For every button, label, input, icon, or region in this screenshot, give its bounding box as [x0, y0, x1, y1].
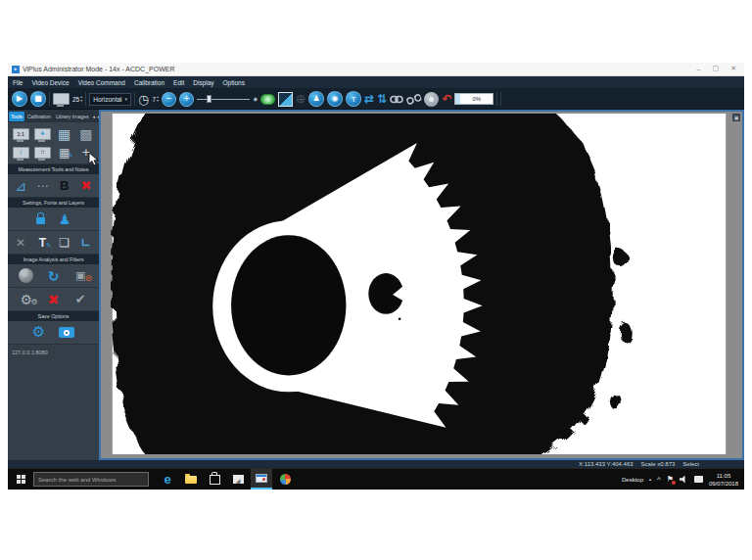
tools-button[interactable]: ✕: [11, 234, 30, 251]
hidden-icons-chevron[interactable]: ^: [657, 475, 661, 484]
fit-screen-button[interactable]: ✚: [32, 125, 52, 142]
graph-monitor-button[interactable]: ∕: [11, 144, 30, 161]
crosshair-icon[interactable]: ⊕: [296, 93, 306, 105]
camera-icon: [59, 327, 74, 338]
link-icon[interactable]: [390, 90, 403, 108]
blocked-icon: ⊘: [84, 274, 92, 283]
save-settings-button[interactable]: ⚙: [32, 324, 45, 341]
text-tool-button[interactable]: T✎: [32, 234, 52, 251]
menu-video-command[interactable]: Video Command: [78, 79, 125, 86]
live-preview-icon[interactable]: [260, 94, 275, 105]
angle-measure-button[interactable]: ⊿: [11, 177, 30, 194]
play-button[interactable]: ▶: [12, 91, 27, 107]
lock-button[interactable]: [36, 210, 45, 227]
clock[interactable]: 11:05 09/07/2018: [709, 472, 738, 488]
message-icon[interactable]: [694, 476, 703, 483]
viplus-window-icon: [256, 474, 267, 483]
unlink-icon[interactable]: [404, 88, 424, 110]
display-count-stepper[interactable]: 25 ▴▾: [72, 95, 82, 103]
menu-display[interactable]: Display: [193, 79, 213, 86]
tool-sidebar: Tools Calibration Library Images ◂ ▸ ▾ 1…: [8, 110, 99, 460]
taskbar-explorer-button[interactable]: [180, 469, 202, 490]
store-bag-icon: [210, 475, 220, 485]
slider-track: [197, 99, 250, 101]
gear-small-icon: ⚙: [30, 299, 37, 306]
display-select-icon[interactable]: [53, 93, 70, 105]
search-input[interactable]: [33, 472, 149, 487]
separator: [496, 92, 497, 106]
scale-readout: Scale x0.873: [641, 461, 676, 467]
undo-icon[interactable]: ↶: [442, 93, 451, 105]
swap-arrows-icon[interactable]: ⇄: [364, 93, 374, 105]
camera-capture-button[interactable]: ◉: [327, 91, 343, 107]
sphere-icon: [19, 268, 33, 283]
server-address: 127.0.0.1:8080: [8, 345, 99, 360]
sphere-filter-button[interactable]: [14, 267, 39, 284]
bold-annotation-button[interactable]: B: [55, 177, 74, 194]
taskbar-viplus-button-active[interactable]: [251, 469, 272, 490]
apply-analysis-button[interactable]: ✔: [68, 291, 93, 307]
tab-library-images[interactable]: Library Images: [54, 112, 91, 121]
points-monitor-button[interactable]: ∷: [32, 144, 52, 161]
desktop-toolbar-label[interactable]: Desktop: [622, 477, 643, 483]
text-capture-button[interactable]: T: [346, 91, 361, 107]
menu-calibration[interactable]: Calibration: [134, 79, 164, 86]
edge-icon: e: [164, 472, 170, 487]
maximize-button[interactable]: ▢: [713, 66, 720, 72]
image-disable-button[interactable]: ▣⊘: [68, 267, 93, 284]
tab-calibration[interactable]: Calibration: [25, 112, 53, 121]
taskbar-photos-button[interactable]: ◢: [227, 469, 249, 490]
section-header-save: Save Options: [8, 311, 99, 321]
zoom-out-button[interactable]: −: [162, 92, 176, 107]
volume-icon[interactable]: [680, 476, 688, 484]
taskbar-store-button[interactable]: [204, 469, 225, 490]
user-capture-button[interactable]: ♟: [308, 91, 324, 107]
tab-scroll-left[interactable]: ◂: [92, 115, 97, 119]
photos-icon: ◢: [233, 475, 244, 484]
zoom-1-1-button[interactable]: 1:1: [11, 125, 30, 142]
zoom-slider[interactable]: ◆: [197, 93, 258, 105]
start-button[interactable]: [8, 469, 33, 490]
stop-button[interactable]: ■: [30, 91, 46, 107]
tab-tools[interactable]: Tools: [9, 112, 24, 121]
fine-grid-button[interactable]: ▩: [76, 125, 96, 142]
menu-file[interactable]: File: [13, 79, 23, 86]
taskbar-paint-button[interactable]: [274, 469, 296, 490]
process-settings-button[interactable]: ⚙⚙: [14, 291, 39, 307]
slider-handle[interactable]: [207, 95, 212, 103]
polyline-measure-button[interactable]: ⋯: [32, 177, 52, 194]
updown-arrows-icon[interactable]: ⇅: [377, 93, 387, 105]
grid-edit-button[interactable]: ▦✎: [55, 144, 74, 161]
binary-part-image: [111, 114, 728, 454]
table-view-button[interactable]: ▦: [55, 125, 74, 142]
menu-edit[interactable]: Edit: [173, 79, 184, 86]
cancel-analysis-button[interactable]: ✖: [41, 291, 67, 307]
menu-options[interactable]: Options: [223, 79, 245, 86]
minimize-button[interactable]: –: [697, 66, 701, 72]
canvas-corner-icon[interactable]: ▣: [732, 114, 740, 121]
action-center-flag-icon[interactable]: ⚑: [667, 476, 674, 484]
snapshot-button[interactable]: [59, 324, 74, 341]
gauge-stepper[interactable]: 7 ▴▾: [152, 95, 159, 103]
zoom-in-button[interactable]: +: [179, 92, 194, 107]
crosshair-tool-button[interactable]: +: [76, 144, 96, 161]
orientation-dropdown[interactable]: Horizontal ▾: [89, 93, 131, 106]
settings-row-1: ♟: [8, 208, 99, 231]
taskbar-edge-button[interactable]: e: [157, 469, 178, 490]
delete-measure-button[interactable]: ✖: [76, 177, 96, 194]
chevron-down-icon: ▾: [125, 97, 128, 102]
ruler-lock-button[interactable]: ∟: [76, 234, 96, 251]
video-frame[interactable]: [111, 114, 728, 458]
close-button[interactable]: ✕: [730, 66, 736, 72]
gauge-icon[interactable]: ◷: [138, 93, 149, 106]
image-canvas[interactable]: ▣: [99, 110, 744, 460]
slider-end-icon: ◆: [253, 96, 258, 102]
image-refresh-button[interactable]: ↻: [41, 267, 67, 284]
disabled-record-icon: [424, 92, 439, 107]
threshold-contrast-button[interactable]: [278, 92, 293, 107]
desktop-toolbar-chevron[interactable]: ▴: [649, 478, 651, 482]
layers-button[interactable]: ❏: [55, 234, 74, 251]
menu-video-device[interactable]: Video Device: [31, 79, 69, 86]
windows-taskbar: e ◢ Desktop▴ ^ ⚑ 11:05 09/07/2018: [8, 468, 744, 490]
user-button[interactable]: ♟: [59, 210, 71, 227]
